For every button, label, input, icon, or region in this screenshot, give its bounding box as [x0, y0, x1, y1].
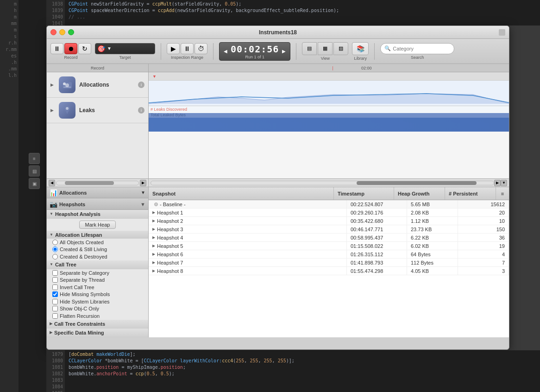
left-scroll-thumb[interactable] — [65, 181, 114, 185]
allocation-lifespan-label: Allocation Lifespan — [55, 232, 102, 238]
right-scroll-track[interactable] — [151, 181, 494, 185]
table-row[interactable]: ▶Heapshot 501:15.508.0226.02 KB19 — [149, 242, 509, 250]
view-btn-3[interactable]: ▨ — [333, 42, 348, 55]
table-row[interactable]: ▶Heapshot 601:26.315.11264 Bytes4 — [149, 250, 509, 259]
leaks-expand-icon[interactable]: ▶ — [50, 108, 55, 113]
all-objects-radio[interactable]: All Objects Created — [47, 239, 148, 246]
refresh-button[interactable]: ↻ — [78, 43, 91, 54]
scroll-right-btn-left[interactable]: ▶ — [140, 180, 146, 186]
specific-data-mining-header[interactable]: ▶ Specific Data Mining — [47, 329, 148, 337]
maximize-button[interactable] — [68, 29, 74, 35]
leaks-discovered-label: # Leaks Discovered — [151, 107, 187, 112]
hide-missing-symbols-checkbox[interactable] — [52, 291, 58, 297]
baseline-dot — [154, 202, 158, 206]
search-input[interactable] — [393, 46, 444, 51]
cell-snapshot-3: ▶Heapshot 3 — [149, 225, 347, 233]
sidebar-icon-2[interactable]: ▤ — [29, 165, 40, 177]
inspection-pause-button[interactable]: ⏸ — [181, 43, 194, 54]
pause-button[interactable]: ⏸ — [50, 43, 63, 54]
separate-by-category-item[interactable]: Separate by Category — [47, 269, 148, 277]
col-heap-growth[interactable]: Heap Growth — [394, 187, 445, 200]
table-menu-button[interactable]: ≡ — [496, 187, 509, 200]
record-button[interactable]: ⏺ — [64, 43, 77, 54]
created-still-living-radio-input[interactable] — [52, 247, 58, 252]
line-numbers-bottom: 1079 1080 1081 1082 1083 1084 1085 1086 — [46, 350, 65, 392]
invert-call-tree-item[interactable]: Invert Call Tree — [47, 284, 148, 291]
allocations-info-button[interactable]: i — [138, 82, 144, 88]
allocations-expand-icon[interactable]: ▶ — [50, 82, 55, 87]
inspection-clock-button[interactable]: ⏱ — [195, 43, 207, 54]
cell-heap-growth-3: 23.73 KB — [407, 225, 458, 233]
created-destroyed-radio[interactable]: Created & Destroyed — [47, 253, 148, 260]
allocation-lifespan-header[interactable]: ▼ Allocation Lifespan — [47, 231, 148, 239]
allocations-instrument-row[interactable]: ▶ Allocations i — [47, 72, 148, 98]
table-row[interactable]: ▶Heapshot 200:35.422.6801.12 KB10 — [149, 217, 509, 225]
sidebar-icon-1[interactable]: ≡ — [29, 153, 40, 164]
hide-system-libraries-item[interactable]: Hide System Libraries — [47, 298, 148, 305]
mark-heap-button[interactable]: Mark Heap — [79, 221, 116, 229]
separate-by-thread-item[interactable]: Separate by Thread — [47, 277, 148, 284]
svg-point-1 — [63, 82, 66, 85]
flatten-recursion-checkbox[interactable] — [52, 313, 58, 319]
created-still-living-radio[interactable]: Created & Still Living — [47, 246, 148, 253]
table-row[interactable]: ▶Heapshot 701:41.898.793112 Bytes7 — [149, 259, 509, 267]
scroll-down-btn[interactable]: ▼ — [501, 180, 507, 186]
call-tree-header[interactable]: ▼ Call Tree — [47, 260, 148, 269]
separate-by-thread-label: Separate by Thread — [60, 277, 105, 283]
close-button[interactable] — [50, 29, 57, 35]
minimize-button[interactable] — [59, 29, 65, 35]
leaks-instrument-row[interactable]: ▶ Leaks i — [47, 98, 148, 123]
alloc-header-icon: 📊 — [50, 189, 57, 196]
scroll-right-btn[interactable]: ▶ — [494, 180, 501, 186]
invert-call-tree-checkbox[interactable] — [52, 285, 58, 290]
cell-persistent-3: 150 — [458, 225, 509, 233]
cell-heap-growth-5: 6.02 KB — [407, 242, 458, 250]
heapshot-dropdown[interactable]: ▼ — [140, 202, 145, 207]
title-bar: Instruments18 — [47, 26, 509, 39]
table-row[interactable]: ▶Heapshot 300:46.147.77123.73 KB150 — [149, 225, 509, 234]
created-destroyed-radio-input[interactable] — [52, 254, 58, 259]
time-prev-button[interactable]: ◀ — [222, 49, 229, 54]
separate-by-category-checkbox[interactable] — [52, 270, 58, 276]
inspection-go-button[interactable]: ▶ — [167, 43, 180, 54]
view-btn-2[interactable]: ▦ — [318, 42, 333, 55]
view-btn-1[interactable]: ▤ — [302, 42, 317, 55]
target-selector[interactable]: 🎯 ▼ — [95, 43, 155, 54]
row-triangle-4: ▶ — [152, 235, 155, 240]
heapshot-title: Heapshots — [59, 202, 138, 207]
table-row[interactable]: ▶Heapshot 400:58.995.4376.22 KB36 — [149, 234, 509, 242]
inspection-label: Inspection Range — [171, 55, 203, 60]
heapshot-analysis-header[interactable]: ▼ Heapshot Analysis — [47, 210, 148, 219]
call-tree-constraints-header[interactable]: ▶ Call Tree Constraints — [47, 320, 148, 329]
leaks-info-button[interactable]: i — [138, 107, 144, 114]
library-button[interactable]: 📚 — [352, 42, 369, 55]
time-next-button[interactable]: ▶ — [281, 49, 287, 54]
all-objects-radio-input[interactable] — [52, 240, 58, 245]
show-objc-only-item[interactable]: Show Obj-C Only — [47, 305, 148, 313]
separate-by-thread-checkbox[interactable] — [52, 277, 58, 283]
left-scroll-track[interactable] — [56, 181, 139, 185]
flatten-recursion-item[interactable]: Flatten Recursion — [47, 312, 148, 320]
timeline-time-label: 02:00 — [361, 66, 372, 70]
table-row[interactable]: - Baseline -00:22.524.8075.65 MB15612 — [149, 200, 509, 209]
scroll-left-btn[interactable]: ◀ — [49, 180, 55, 186]
show-objc-only-checkbox[interactable] — [52, 306, 58, 311]
hide-missing-symbols-item[interactable]: Hide Missing Symbols — [47, 291, 148, 298]
allocations-graph — [149, 81, 509, 106]
col-snapshot[interactable]: Snapshot — [149, 187, 334, 200]
table-row[interactable]: ▶Heapshot 801:55.474.2984.05 KB3 — [149, 267, 509, 275]
created-still-living-label: Created & Still Living — [60, 247, 107, 252]
row-triangle-6: ▶ — [152, 252, 155, 256]
window-zoom[interactable] — [499, 29, 505, 36]
right-scroll-thumb[interactable] — [357, 181, 477, 185]
cell-persistent-6: 4 — [458, 250, 509, 258]
col-timestamp[interactable]: Timestamp — [334, 187, 394, 200]
allocations-icon — [59, 76, 75, 93]
hide-system-libraries-checkbox[interactable] — [52, 299, 58, 304]
alloc-dropdown[interactable]: ▼ — [141, 190, 145, 195]
flatten-recursion-label: Flatten Recursion — [60, 313, 100, 319]
sidebar-icon-3[interactable]: ▣ — [29, 178, 40, 189]
table-row[interactable]: ▶Heapshot 100:29.260.1762.08 KB20 — [149, 209, 509, 217]
row-triangle-3: ▶ — [152, 227, 155, 231]
col-persistent[interactable]: # Persistent — [445, 187, 496, 200]
